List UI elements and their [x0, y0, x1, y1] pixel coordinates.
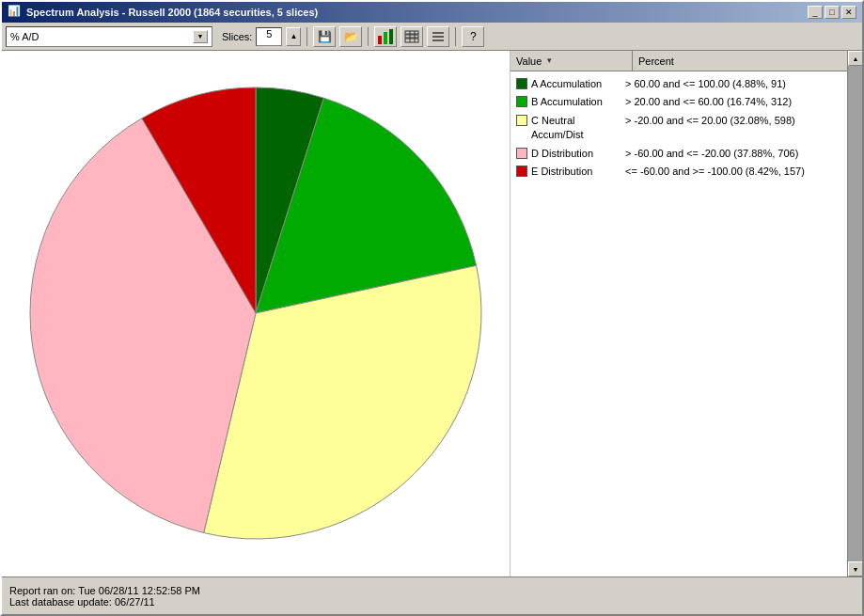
maximize-button[interactable]: □	[825, 6, 840, 19]
minimize-button[interactable]: _	[808, 6, 823, 19]
legend-color-4	[516, 166, 527, 177]
content-wrapper: Value ▼ Percent A Accumulation > 60.00 a…	[2, 51, 847, 577]
scrollbar-right: ▲ ▼	[847, 51, 862, 577]
legend-row: D Distribution > -60.00 and <= -20.00 (3…	[511, 145, 847, 163]
main-content: Value ▼ Percent A Accumulation > 60.00 a…	[2, 51, 862, 577]
legend-header: Value ▼ Percent	[511, 51, 847, 71]
separator-1	[306, 27, 307, 46]
legend-row-label-3: D Distribution	[531, 147, 625, 161]
legend-row: E Distribution <= -60.00 and >= -100.00 …	[511, 163, 847, 181]
indicator-dropdown[interactable]: % A/D ▼	[6, 26, 212, 47]
legend-color-1	[516, 96, 527, 107]
toolbar: % A/D ▼ Slices: 5 ▲ 💾 📂	[2, 23, 862, 51]
title-bar: 📊 Spectrum Analysis - Russell 2000 (1864…	[2, 2, 862, 23]
open-button[interactable]: 📂	[339, 26, 362, 47]
svg-rect-0	[378, 36, 382, 44]
svg-rect-2	[389, 29, 393, 44]
app-icon: 📊	[8, 5, 23, 20]
legend-row-label-1: B Accumulation	[531, 95, 625, 109]
legend-row-value-2: > -20.00 and <= 20.00 (32.08%, 598)	[625, 114, 847, 128]
legend-row: C Neutral Accum/Dist > -20.00 and <= 20.…	[511, 112, 847, 145]
help-button[interactable]: ?	[462, 26, 484, 47]
separator-2	[368, 27, 369, 46]
slices-label: Slices:	[222, 31, 252, 42]
pie-chart	[11, 69, 500, 560]
legend-row-value-3: > -60.00 and <= -20.00 (37.88%, 706)	[625, 147, 847, 161]
status-line2: Last database update: 06/27/11	[9, 596, 855, 608]
chart-area	[2, 51, 510, 577]
status-line1: Report ran on: Tue 06/28/11 12:52:58 PM	[9, 585, 855, 596]
title-buttons: _ □ ✕	[808, 6, 856, 19]
legend-row: A Accumulation > 60.00 and <= 100.00 (4.…	[511, 75, 847, 93]
svg-rect-5	[405, 39, 418, 42]
svg-rect-1	[384, 32, 387, 44]
legend-row: B Accumulation > 20.00 and <= 60.00 (16.…	[511, 93, 847, 111]
scroll-down-button[interactable]: ▼	[848, 561, 862, 577]
svg-rect-4	[405, 35, 418, 38]
legend-color-2	[516, 115, 527, 126]
legend-row-value-4: <= -60.00 and >= -100.00 (8.42%, 157)	[625, 165, 847, 179]
legend-row-label-2: C Neutral Accum/Dist	[531, 114, 625, 143]
title-bar-left: 📊 Spectrum Analysis - Russell 2000 (1864…	[8, 5, 318, 20]
svg-rect-3	[405, 31, 418, 34]
separator-3	[455, 27, 456, 46]
status-bar: Report ran on: Tue 06/28/11 12:52:58 PM …	[2, 577, 862, 614]
table-button[interactable]	[401, 26, 423, 47]
close-button[interactable]: ✕	[841, 6, 856, 19]
legend-row-value-1: > 20.00 and <= 60.00 (16.74%, 312)	[625, 95, 847, 109]
scroll-track[interactable]	[848, 66, 862, 561]
dropdown-arrow[interactable]: ▼	[193, 30, 208, 43]
chart-button[interactable]	[374, 26, 397, 47]
legend-color-0	[516, 78, 527, 89]
dropdown-value: % A/D	[10, 31, 39, 42]
legend-color-3	[516, 148, 527, 159]
main-window: 📊 Spectrum Analysis - Russell 2000 (1864…	[0, 0, 864, 616]
legend-row-label-4: E Distribution	[531, 165, 625, 179]
legend-value-header[interactable]: Value ▼	[511, 51, 633, 71]
slices-increment[interactable]: ▲	[286, 27, 301, 46]
legend-area: Value ▼ Percent A Accumulation > 60.00 a…	[510, 51, 847, 577]
window-title: Spectrum Analysis - Russell 2000 (1864 s…	[26, 7, 318, 18]
list-button[interactable]	[427, 26, 449, 47]
scroll-up-button[interactable]: ▲	[848, 51, 862, 66]
legend-rows: A Accumulation > 60.00 and <= 100.00 (4.…	[511, 71, 847, 184]
save-button[interactable]: 💾	[313, 26, 336, 47]
legend-row-label-0: A Accumulation	[531, 77, 625, 91]
slices-input[interactable]: 5	[256, 27, 282, 46]
sort-icon: ▼	[545, 56, 553, 65]
legend-percent-header[interactable]: Percent	[633, 51, 847, 71]
legend-row-value-0: > 60.00 and <= 100.00 (4.88%, 91)	[625, 77, 847, 91]
